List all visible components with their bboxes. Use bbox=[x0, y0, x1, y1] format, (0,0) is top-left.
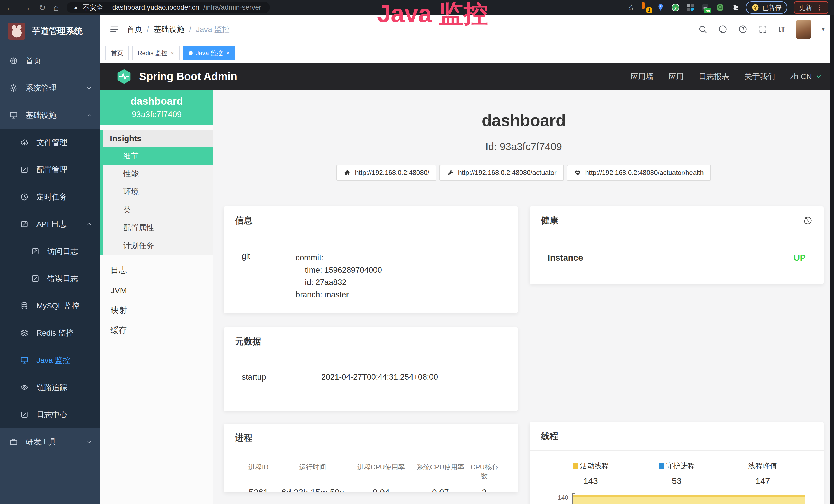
insights-item-scheduled-tasks[interactable]: 计划任务 bbox=[103, 237, 213, 255]
reload-icon[interactable]: ↻ bbox=[39, 3, 46, 12]
sidebar-item-job[interactable]: 定时任务 bbox=[0, 183, 100, 210]
sba-nav-applications[interactable]: 应用 bbox=[668, 71, 684, 82]
extension-puzzle-icon[interactable] bbox=[731, 3, 739, 12]
sidebar-item-error-log[interactable]: 错误日志 bbox=[0, 265, 100, 292]
gear-icon bbox=[9, 84, 18, 92]
forward-icon[interactable]: → bbox=[22, 3, 31, 12]
instance-header[interactable]: dashboard 93a3fc7f7409 bbox=[100, 90, 213, 125]
legend-item-live: 活动线程 143 bbox=[548, 461, 634, 486]
back-icon[interactable]: ← bbox=[6, 3, 14, 12]
sba-nav-about[interactable]: 关于我们 bbox=[744, 71, 775, 82]
sidebar-item-file[interactable]: 文件管理 bbox=[0, 129, 100, 156]
tab-java[interactable]: Java 监控 × bbox=[183, 46, 235, 60]
sidebar-item-home[interactable]: 首页 bbox=[0, 47, 100, 74]
paused-button[interactable]: 已暂停 bbox=[746, 1, 787, 14]
bookmark-star-icon[interactable]: ☆ bbox=[628, 3, 635, 12]
metadata-value: 2021-04-27T00:44:31.254+08:00 bbox=[321, 372, 438, 382]
tab-home[interactable]: 首页 bbox=[105, 46, 129, 60]
sidebar-item-api-log[interactable]: API 日志 bbox=[0, 210, 100, 238]
metadata-card: 元数据 startup 2021-04-27T00:44:31.254+08:0… bbox=[224, 327, 518, 411]
legend-swatch-blue bbox=[659, 463, 664, 468]
nav-item-jvm[interactable]: JVM bbox=[100, 280, 213, 300]
help-icon[interactable] bbox=[738, 25, 747, 34]
font-size-icon[interactable]: tT bbox=[778, 25, 786, 33]
ring-icon bbox=[642, 2, 645, 9]
insights-item-config-props[interactable]: 配置属性 bbox=[103, 219, 213, 237]
insights-item-details[interactable]: 细节 bbox=[103, 147, 213, 165]
java-monitor-icon bbox=[20, 356, 29, 365]
tab-redis[interactable]: Redis 监控 × bbox=[132, 46, 180, 60]
close-icon[interactable]: × bbox=[226, 50, 229, 56]
sba-nav-wall[interactable]: 应用墙 bbox=[630, 71, 654, 82]
tab-label: Redis 监控 bbox=[138, 49, 168, 57]
close-icon[interactable]: × bbox=[171, 50, 174, 56]
sba-language-select[interactable]: zh-CN bbox=[790, 72, 822, 81]
nav-item-logs[interactable]: 日志 bbox=[100, 260, 213, 280]
info-key: git bbox=[242, 252, 295, 301]
home-icon bbox=[344, 169, 351, 176]
nav-item-caches[interactable]: 缓存 bbox=[100, 320, 213, 340]
breadcrumb-separator: / bbox=[189, 25, 191, 33]
sidebar-item-label: 日志中心 bbox=[37, 410, 67, 420]
breadcrumb-separator: / bbox=[147, 25, 149, 33]
health-url-button[interactable]: http://192.168.0.2:48080/actuator/health bbox=[567, 165, 711, 181]
history-icon[interactable] bbox=[803, 216, 812, 225]
info-card: 信息 git commit: time: 1596289704000 id: 2 bbox=[224, 206, 518, 313]
card-body: 进程ID 运行时间 进程CPU使用率 系统CPU使用率 CPU核心数 5261 bbox=[224, 452, 518, 492]
extension-grid-icon[interactable] bbox=[686, 3, 695, 12]
home-icon[interactable]: ⌂ bbox=[54, 3, 59, 12]
cloud-upload-icon bbox=[20, 138, 29, 147]
sidebar-item-access-log[interactable]: 访问日志 bbox=[0, 238, 100, 265]
sidebar-item-label: 定时任务 bbox=[37, 192, 67, 202]
service-url-button[interactable]: http://192.168.0.2:48080/ bbox=[336, 165, 436, 181]
sba-brand[interactable]: Spring Boot Admin bbox=[115, 68, 237, 85]
sba-language-value: zh-CN bbox=[790, 72, 812, 81]
fullscreen-icon[interactable] bbox=[758, 25, 767, 34]
card-body: git commit: time: 1596289704000 id: 27aa… bbox=[224, 235, 518, 310]
address-bar[interactable]: ▲ 不安全 dashboard.yudao.iocoder.cn/infra/a… bbox=[67, 2, 270, 13]
insights-item-env[interactable]: 环境 bbox=[103, 183, 213, 201]
avatar-caret-icon[interactable]: ▾ bbox=[822, 26, 825, 32]
sidebar-item-system[interactable]: 系统管理 bbox=[0, 74, 100, 102]
url-domain: dashboard.yudao.iocoder.cn bbox=[112, 4, 199, 12]
sidebar-item-label: Redis 监控 bbox=[37, 328, 74, 338]
sidebar-item-trace[interactable]: 链路追踪 bbox=[0, 374, 100, 401]
chevron-down-icon bbox=[815, 73, 822, 80]
screen: ← → ↻ ⌂ ▲ 不安全 dashboard.yudao.iocoder.cn… bbox=[0, 0, 834, 504]
card-header: 进程 bbox=[224, 423, 518, 452]
extension-pin-icon[interactable] bbox=[657, 3, 665, 12]
insights-item-classes[interactable]: 类 bbox=[103, 201, 213, 219]
insights-item-metrics[interactable]: 性能 bbox=[103, 165, 213, 183]
sidebar-item-dev-tool[interactable]: 研发工具 bbox=[0, 428, 100, 456]
insights-section-label: Insights bbox=[103, 130, 213, 147]
sidebar-item-log-center[interactable]: 日志中心 bbox=[0, 401, 100, 428]
sidebar-item-redis[interactable]: Redis 监控 bbox=[0, 319, 100, 347]
actuator-url-button[interactable]: http://192.168.0.2:48080/actuator bbox=[439, 165, 564, 181]
hamburger-icon[interactable] bbox=[109, 24, 119, 34]
browser-menu-icon[interactable]: ⋮ bbox=[816, 4, 823, 11]
plot-area bbox=[572, 493, 806, 504]
sidebar-item-mysql[interactable]: MySQL 监控 bbox=[0, 292, 100, 319]
sidebar-item-config[interactable]: 配置管理 bbox=[0, 156, 100, 183]
user-avatar[interactable] bbox=[796, 20, 811, 39]
sidebar-item-infra[interactable]: 基础设施 bbox=[0, 102, 100, 129]
extension-list-icon[interactable]: on bbox=[701, 3, 709, 12]
svg-text:y: y bbox=[675, 5, 677, 10]
sba-nav-journal[interactable]: 日志报表 bbox=[699, 71, 729, 82]
sidebar-item-label: 配置管理 bbox=[37, 165, 67, 175]
extension-leaf-icon[interactable] bbox=[716, 3, 724, 12]
sidebar-item-label: 研发工具 bbox=[26, 437, 57, 447]
app-logo-link[interactable]: 芋道管理系统 bbox=[0, 15, 100, 47]
github-icon[interactable] bbox=[718, 25, 727, 34]
extension-green-circle-icon[interactable]: y bbox=[672, 3, 680, 12]
search-icon[interactable] bbox=[698, 25, 707, 34]
extension-orange-icon[interactable]: 1 bbox=[642, 3, 650, 12]
nav-item-mappings[interactable]: 映射 bbox=[100, 300, 213, 320]
breadcrumb-home[interactable]: 首页 bbox=[127, 24, 142, 35]
breadcrumb-infra[interactable]: 基础设施 bbox=[154, 24, 184, 35]
sidebar-item-java[interactable]: Java 监控 bbox=[0, 347, 100, 374]
threads-chart: 140 120 100 bbox=[548, 493, 806, 504]
edit-icon bbox=[20, 165, 29, 174]
chevron-down-icon bbox=[86, 438, 92, 445]
update-button[interactable]: 更新 ⋮ bbox=[794, 1, 828, 14]
